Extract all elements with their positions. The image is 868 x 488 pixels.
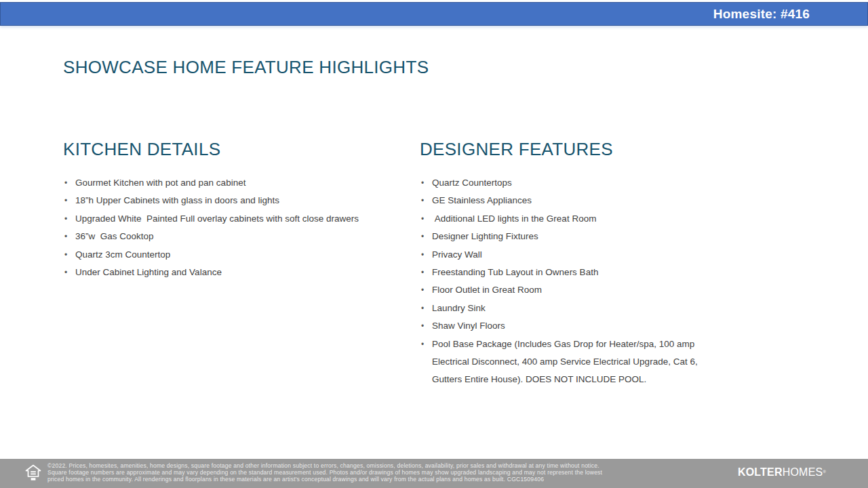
list-item: •Upgraded White Painted Full overlay cab… [63, 210, 406, 228]
list-item-text: Gourmet Kitchen with pot and pan cabinet [75, 178, 245, 188]
bullet-icon: • [421, 317, 424, 335]
list-item-text: 18”h Upper Cabinets with glass in doors … [75, 195, 279, 205]
bullet-icon: • [421, 174, 424, 192]
disclaimer-line: ©2022. Prices, homesites, amenities, hom… [47, 462, 732, 469]
list-item: •Laundry Sink [420, 300, 726, 317]
disclaimer-text: ©2022. Prices, homesites, amenities, hom… [47, 462, 732, 483]
list-item: •Freestanding Tub Layout in Owners Bath [420, 264, 726, 281]
list-item-text: Under Cabinet Lighting and Valance [75, 267, 222, 277]
list-item-text: Designer Lighting Fixtures [432, 231, 538, 241]
bullet-icon: • [421, 264, 424, 281]
list-item-text: Floor Outlet in Great Room [432, 285, 542, 295]
bullet-icon: • [64, 210, 67, 228]
list-item-text: Freestanding Tub Layout in Owners Bath [432, 267, 598, 277]
bullet-icon: • [64, 264, 67, 281]
bullet-icon: • [64, 174, 67, 192]
list-item-text: Shaw Vinyl Floors [432, 321, 505, 331]
registered-trademark-symbol: ® [823, 470, 826, 474]
list-item: •Gourmet Kitchen with pot and pan cabine… [63, 174, 406, 192]
list-item: •Under Cabinet Lighting and Valance [63, 264, 406, 281]
homesite-banner: Homesite: #416 [0, 2, 868, 26]
list-item: • Additional LED lights in the Great Roo… [420, 210, 726, 228]
disclaimer-line: priced homes in the community. All rende… [47, 476, 732, 483]
list-item: •Quartz Countertops [420, 174, 726, 192]
list-item-text: Quartz Countertops [432, 178, 512, 188]
list-item: •Floor Outlet in Great Room [420, 281, 726, 299]
bullet-icon: • [64, 246, 67, 264]
kitchen-details-list: •Gourmet Kitchen with pot and pan cabine… [63, 174, 406, 281]
bullet-icon: • [421, 336, 424, 353]
list-item-text: GE Stainless Appliances [432, 195, 532, 205]
designer-features-list: •Quartz Countertops•GE Stainless Applian… [420, 174, 726, 389]
list-item-text: Laundry Sink [432, 303, 486, 313]
list-item-text: Quartz 3cm Countertop [75, 249, 170, 260]
page-title: SHOWCASE HOME FEATURE HIGHLIGHTS [63, 57, 429, 77]
list-item: •GE Stainless Appliances [420, 192, 726, 209]
list-item: •Designer Lighting Fixtures [420, 228, 726, 245]
bullet-icon: • [421, 281, 424, 299]
bullet-icon: • [421, 210, 424, 228]
section-designer-features: DESIGNER FEATURES •Quartz Countertops•GE… [420, 139, 726, 389]
list-item: •Quartz 3cm Countertop [63, 246, 406, 264]
list-item-text: Additional LED lights in the Great Room [432, 214, 596, 224]
disclaimer-line: Square footage numbers are approximate a… [47, 469, 732, 476]
bullet-icon: • [64, 192, 67, 209]
bullet-icon: • [421, 192, 424, 209]
list-item: •36”w Gas Cooktop [63, 228, 406, 245]
kitchen-details-heading: KITCHEN DETAILS [63, 139, 406, 159]
kolter-homes-logo: KOLTERHOMES® [738, 467, 826, 478]
bullet-icon: • [64, 228, 67, 245]
section-kitchen-details: KITCHEN DETAILS •Gourmet Kitchen with po… [63, 139, 406, 281]
list-item: •Privacy Wall [420, 246, 726, 264]
list-item-text: 36”w Gas Cooktop [75, 231, 154, 241]
list-item: •18”h Upper Cabinets with glass in doors… [63, 192, 406, 209]
kolter-logo-regular: HOMES [783, 466, 823, 478]
kolter-logo-bold: KOLTER [738, 466, 783, 478]
list-item: •Pool Base Package (Includes Gas Drop fo… [420, 336, 726, 389]
equal-housing-opportunity-icon [25, 464, 41, 483]
list-item: •Shaw Vinyl Floors [420, 317, 726, 335]
list-item-text: Pool Base Package (Includes Gas Drop for… [432, 339, 700, 385]
designer-features-heading: DESIGNER FEATURES [420, 139, 726, 159]
list-item-text: Upgraded White Painted Full overlay cabi… [75, 214, 359, 224]
homesite-label: Homesite: #416 [713, 7, 810, 22]
bullet-icon: • [421, 300, 424, 317]
footer-disclaimer-bar: ©2022. Prices, homesites, amenities, hom… [0, 459, 868, 488]
list-item-text: Privacy Wall [432, 249, 482, 260]
bullet-icon: • [421, 246, 424, 264]
bullet-icon: • [421, 228, 424, 245]
